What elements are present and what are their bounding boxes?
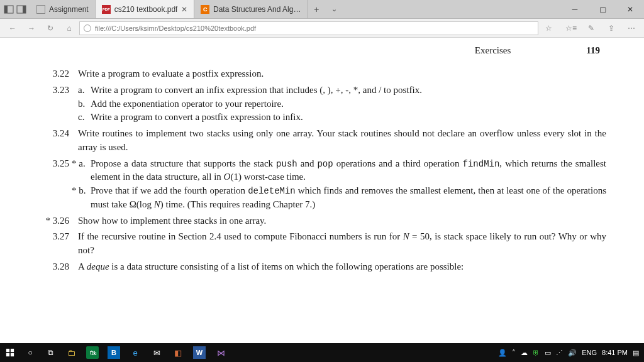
pdf-viewport[interactable]: Exercises 119 3.22Write a program to eva…	[0, 38, 644, 343]
exercise-number: 3.23	[38, 84, 78, 124]
exercise-number: 3.22	[38, 67, 78, 81]
exercise-body: Write a program to evaluate a postfix ex…	[78, 67, 606, 81]
svg-rect-7	[11, 353, 14, 356]
info-icon	[84, 25, 91, 32]
exercise: 3.23a.Write a program to convert an infi…	[38, 84, 606, 124]
clock[interactable]: 8:41 PM	[602, 349, 628, 356]
exercise-body: Show how to implement three stacks in on…	[78, 214, 606, 228]
exercise-subitem: b.Add the exponentiation operator to you…	[78, 97, 606, 111]
exercise-body: * a.Propose a data structure that suppor…	[78, 157, 606, 212]
forward-button[interactable]: →	[23, 21, 40, 36]
exercise: 3.24Write routines to implement two stac…	[38, 127, 606, 155]
tab-label: Assignment	[49, 5, 89, 14]
refresh-button[interactable]: ↻	[42, 21, 59, 36]
exercise-subitem: a.Write a program to convert an infix ex…	[78, 84, 606, 97]
address-bar: ← → ↻ ⌂ file:///C:/Users/ksimr/Desktop/c…	[0, 19, 644, 38]
exercise-body: A deque is a data structure consisting o…	[78, 260, 606, 274]
dock-right-icon[interactable]	[16, 4, 26, 14]
exercise-body: a.Write a program to convert an infix ex…	[78, 84, 606, 124]
section-title: Exercises	[475, 45, 511, 56]
svg-rect-6	[6, 353, 9, 356]
exercise-body: Write routines to implement two stacks u…	[78, 127, 606, 155]
back-button[interactable]: ←	[4, 21, 21, 36]
app-store[interactable]: 🛍	[82, 343, 103, 362]
browser-titlebar: Assignment PDF cs210 textbook.pdf ✕ C Da…	[0, 0, 644, 19]
tab-pdf[interactable]: PDF cs210 textbook.pdf ✕	[96, 0, 195, 18]
svg-rect-3	[23, 6, 26, 13]
pdf-icon: PDF	[102, 5, 111, 14]
start-button[interactable]	[0, 343, 20, 362]
minimize-button[interactable]: ─	[561, 0, 589, 19]
exercise: * 3.26Show how to implement three stacks…	[38, 214, 606, 228]
notes-icon[interactable]: ✎	[582, 21, 600, 36]
app-file-explorer[interactable]: 🗀	[60, 343, 82, 362]
exercise: 3.25* a.Propose a data structure that su…	[38, 157, 606, 212]
url-input[interactable]: file:///C:/Users/ksimr/Desktop/cs210%20t…	[79, 21, 538, 35]
app-generic[interactable]: ◧	[167, 343, 189, 362]
exercise-number: 3.27	[38, 230, 78, 258]
exercise-subitem: * b.Prove that if we add the fourth oper…	[78, 184, 606, 212]
app-mail[interactable]: ✉	[146, 343, 167, 362]
volume-icon[interactable]: 🔊	[568, 349, 577, 357]
chegg-icon: C	[201, 5, 209, 14]
favorite-button[interactable]: ☆	[540, 21, 557, 36]
close-button[interactable]: ✕	[616, 0, 644, 19]
share-icon[interactable]: ⇪	[602, 21, 620, 36]
close-icon[interactable]: ✕	[181, 5, 187, 14]
exercise-subitem: c.Write a program to convert a postfix e…	[78, 111, 606, 124]
task-view-button[interactable]: ⧉	[40, 343, 60, 362]
tab-label: cs210 textbook.pdf	[114, 5, 178, 14]
app-word[interactable]: W	[189, 343, 210, 362]
system-tray: 👤 ˄ ☁ ⛨ ▭ ⋰ 🔊 ENG 8:41 PM ▤	[498, 349, 644, 357]
tab-overflow-button[interactable]: ⌄	[325, 0, 343, 18]
app-edge[interactable]: e	[125, 343, 146, 362]
favorites-list-icon[interactable]: ☆≡	[562, 21, 580, 36]
search-button[interactable]: ○	[20, 343, 40, 362]
pdf-page: Exercises 119 3.22Write a program to eva…	[0, 38, 644, 274]
url-text: file:///C:/Users/ksimr/Desktop/cs210%20t…	[95, 25, 256, 32]
exercise-body: If the recursive routine in Section 2.4 …	[78, 230, 606, 258]
tab-strip: Assignment PDF cs210 textbook.pdf ✕ C Da…	[30, 0, 343, 18]
people-icon[interactable]: 👤	[498, 349, 507, 357]
tab-assignment[interactable]: Assignment	[30, 0, 96, 18]
home-button[interactable]: ⌂	[60, 21, 78, 36]
wifi-icon[interactable]: ⋰	[556, 349, 563, 357]
new-tab-button[interactable]: +	[308, 0, 325, 18]
more-icon[interactable]: ⋯	[623, 21, 640, 36]
exercise-subitem: * a.Propose a data structure that suppor…	[78, 157, 606, 185]
svg-rect-5	[11, 349, 14, 352]
svg-rect-1	[4, 6, 8, 13]
exercise: 3.28A deque is a data structure consisti…	[38, 260, 606, 274]
tab-label: Data Structures And Algorit	[213, 5, 301, 14]
exercise-number: 3.28	[38, 260, 78, 274]
app-visual-studio[interactable]: ⋈	[210, 343, 231, 362]
tray-chevron-icon[interactable]: ˄	[512, 349, 516, 357]
page-number: 119	[586, 45, 600, 56]
security-icon[interactable]: ⛨	[533, 349, 540, 356]
dock-left-icon[interactable]	[4, 4, 14, 14]
exercise: 3.22Write a program to evaluate a postfi…	[38, 67, 606, 81]
exercise: 3.27If the recursive routine in Section …	[38, 230, 606, 258]
windows-taskbar: ○ ⧉ 🗀 🛍 B e ✉ ◧ W ⋈ 👤 ˄ ☁ ⛨ ▭ ⋰ 🔊 ENG 8:…	[0, 343, 644, 362]
battery-icon[interactable]: ▭	[545, 349, 551, 357]
maximize-button[interactable]: ▢	[589, 0, 616, 19]
notifications-icon[interactable]: ▤	[633, 349, 639, 357]
onedrive-icon[interactable]: ☁	[521, 349, 528, 357]
exercise-number: * 3.26	[38, 214, 78, 228]
app-b[interactable]: B	[103, 343, 125, 362]
tab-chegg[interactable]: C Data Structures And Algorit	[194, 0, 308, 18]
exercise-number: 3.24	[38, 127, 78, 155]
language-indicator[interactable]: ENG	[582, 349, 597, 356]
page-icon	[36, 5, 45, 14]
svg-rect-4	[6, 349, 9, 352]
